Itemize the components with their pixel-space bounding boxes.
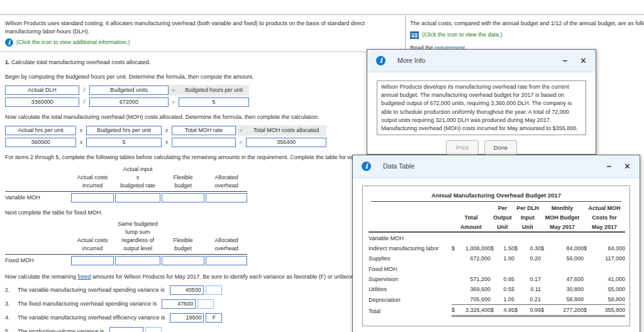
more-info-titlebar: i More Info − ✕ [367,50,596,72]
fixed-actual-costs-input[interactable] [71,256,114,265]
budget-table-caption: Annual Manufacturing Overhead Budget 201… [369,191,624,201]
table-row: Supervision 571,200 0.85 0.17 47,600 41,… [369,274,625,284]
equals-sign: = [236,138,246,147]
formula2-term2-input[interactable]: Budgeted hrs per unit [86,126,162,135]
actual-hrs-value-input[interactable]: 360000 [5,138,76,147]
listed-link[interactable]: listed [78,274,91,280]
fixed-spending-fu-input[interactable] [197,299,214,309]
info-icon: i [362,162,371,171]
data-table-icon[interactable] [410,31,419,39]
multiply-operator: x [76,138,86,147]
moh-rate-value-input[interactable] [172,138,236,147]
equals-sign: = [169,86,179,94]
minimize-icon[interactable]: − [563,57,568,65]
budgeted-hours-formula: Actual DLH / Budgeted units = Budgeted h… [0,85,405,108]
items-2-5-instruction: For items 2 through 5, complete the foll… [5,153,400,162]
done-button[interactable]: Done [484,140,517,155]
actual-costs-statement: The actual costs, compared with the annu… [410,19,644,28]
fixed-moh-instruction: Next complete the table for fixed MOH. [5,209,400,217]
equals-sign: = [169,98,179,106]
table-row: Fixed MOH [369,263,625,274]
close-icon[interactable]: ✕ [624,162,631,170]
budgeted-hours-result-input[interactable]: 5 [179,97,249,107]
top-divider-bar [0,0,644,15]
close-icon[interactable]: ✕ [580,57,587,65]
divide-operator: / [79,86,89,94]
table-row: Supplies 672,000 1.00 0.20 56,000 117,00… [369,253,625,263]
item-4-row: 4. The variable manufacturing overhead e… [5,313,405,323]
info-icon[interactable]: i [5,38,13,47]
section-divider [0,52,405,52]
budgeted-units-value-input[interactable]: 672000 [89,97,169,107]
additional-info-hint: (Click the icon to view additional infor… [16,38,130,47]
variable-budgeted-rate-input[interactable] [115,193,160,202]
table-row: Total $3,326,400 $4.95 $0.99 $277,200 $3… [369,305,625,316]
variable-moh-row-label: Variable MOH [5,192,70,203]
app-root: { "colors": { "accent_blue": "#4a7abf", … [0,0,644,332]
table-row: Indirect manufacturing labor $1,008,000 … [369,243,625,253]
multiply-operator: x [76,126,86,135]
formula2-term3-input[interactable]: Total MOH rate [172,126,236,135]
divide-operator: / [79,98,89,106]
fixed-lump-sum-input[interactable] [115,256,160,265]
data-table-titlebar: i Data Table − ✕ [353,155,640,178]
item-2-row: 2. The variable manufacturing overhead s… [5,285,405,295]
table-row: Utilities 369,600 0.55 0.11 30,800 55,00… [369,284,625,294]
budgeted-hrs-value-input[interactable]: 5 [86,138,162,147]
fixed-allocated-overhead-input[interactable] [206,256,247,265]
budget-table-frame: Annual Manufacturing Overhead Budget 201… [362,185,630,326]
question-number: 1. [5,59,10,65]
formula2-result-label: Total MOH costs allocated [246,126,326,135]
more-info-title: More Info [397,57,425,65]
variable-spending-variance-input[interactable]: 40500 [170,285,204,295]
more-info-dialog: i More Info − ✕ Wilson Products develops… [367,49,596,155]
annual-moh-budget-table: Per Per DLH Monthly Actual MOH Total Out… [369,203,625,317]
question-1-instruction: Begin by computing the budgeted hours pe… [5,73,400,81]
multiply-operator: x [162,138,172,147]
formula1-result-label: Budgeted hours per unit [179,86,249,94]
minimize-icon[interactable]: − [607,162,612,170]
caption-rule [371,201,621,202]
info-icon: i [376,56,386,65]
production-volume-fu-input[interactable] [145,327,162,332]
multiply-operator: x [162,126,172,135]
actual-dlh-value-input[interactable]: 3360000 [5,97,79,107]
fixed-moh-table: Same budgeted lump sum Actual costs rega… [5,220,405,266]
view-data-hint: (Click the icon to view the data.) [422,31,502,39]
problem-statement: Wilson Products uses standard costing. I… [5,19,401,36]
moh-allocated-formula: Actual hrs per unit x Budgeted hrs per u… [0,125,405,148]
data-table-dialog: i Data Table − ✕ Annual Manufacturing Ov… [352,155,640,332]
moh-allocated-result-input[interactable]: 356400 [246,138,326,147]
production-volume-variance-input[interactable] [109,327,143,332]
more-info-text: Wilson Products develops its manufacturi… [377,80,586,135]
formula1-term1-input[interactable]: Actual DLH [5,86,79,95]
moh-calc-instruction: Now calculate the total manufacturing ov… [5,113,400,121]
variable-spending-fu-input[interactable] [206,285,222,295]
remaining-instruction: Now calculate the remaining listed amoun… [5,273,400,281]
question-panel: Wilson Products uses standard costing. I… [0,15,406,332]
variable-actual-costs-input[interactable] [71,193,114,202]
data-table-title: Data Table [383,162,414,170]
variable-allocated-overhead-input[interactable] [206,193,247,202]
fixed-spending-variance-input[interactable]: 47600 [162,299,196,309]
table-row: Variable MOH [369,232,625,243]
print-button[interactable]: Print [446,140,479,155]
table-row: Depreciation 705,600 1.05 0.21 58,800 58… [369,294,625,305]
item-5-row: 5. The production-volume variance is [5,327,405,332]
question-1-text: Calculate total manufacturing overhead c… [11,59,150,65]
formula2-term1-input[interactable]: Actual hrs per unit [5,126,76,135]
variable-efficiency-fu-input[interactable]: F [206,313,222,323]
actual-input-header: Actual input [115,165,160,174]
variable-moh-table: Actual input Actual costs x Flexible All… [5,165,405,203]
equals-sign: = [236,126,246,135]
fixed-moh-row-label: Fixed MOH [5,255,70,266]
item-3-row: 3. The fixed manufacturing overhead spen… [5,299,405,309]
variable-flexible-budget-input[interactable] [162,193,204,202]
variable-efficiency-variance-input[interactable]: 19500 [170,313,204,323]
fixed-flexible-budget-input[interactable] [162,256,204,265]
formula1-term2-input[interactable]: Budgeted units [89,86,169,95]
